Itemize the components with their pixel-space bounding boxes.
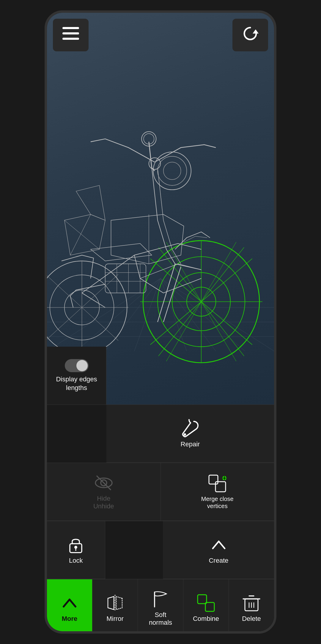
soft-normals-label: Softnormals	[149, 611, 172, 627]
flag-icon	[151, 590, 170, 609]
more-label: More	[62, 615, 78, 623]
display-edges-label: Display edges lengths	[50, 375, 103, 392]
toolbar: Repair HideUnhide	[47, 405, 274, 634]
svg-line-46	[64, 220, 100, 249]
more-chevron-icon	[60, 594, 79, 613]
toolbar-row-3: Lock Create	[47, 521, 274, 579]
combine-icon	[196, 594, 215, 613]
menu-button[interactable]	[53, 19, 89, 51]
mirror-button[interactable]: Mirror	[92, 579, 138, 634]
mirror-icon	[106, 594, 125, 613]
hide-unhide-label: HideUnhide	[93, 495, 114, 510]
svg-line-11	[105, 278, 160, 351]
delete-button[interactable]: Delete	[229, 579, 274, 634]
svg-point-36	[158, 156, 187, 185]
toggle-knob	[76, 360, 88, 371]
svg-marker-3	[253, 29, 259, 34]
lock-label: Lock	[69, 557, 83, 564]
merge-close-button[interactable]: Merge closevertices	[161, 463, 274, 521]
eye-icon	[94, 473, 113, 492]
create-label: Create	[209, 557, 228, 564]
svg-rect-55	[215, 482, 226, 492]
svg-rect-0	[62, 27, 79, 29]
menu-icon	[62, 27, 79, 43]
svg-marker-63	[108, 597, 114, 610]
soft-normals-button[interactable]: Softnormals	[138, 579, 183, 634]
delete-label: Delete	[242, 615, 261, 623]
viewport: Display edges lengths	[47, 13, 274, 405]
svg-line-9	[76, 278, 160, 351]
toolbar-row-2: HideUnhide Merge closevertices	[47, 463, 274, 521]
svg-rect-65	[198, 595, 207, 604]
svg-line-7	[47, 278, 160, 351]
svg-rect-2	[62, 38, 79, 40]
toolbar-row-4: More Mirror Softnormals	[47, 579, 274, 634]
merge-icon	[208, 474, 227, 493]
svg-rect-66	[205, 602, 214, 611]
create-button[interactable]: Create	[163, 521, 274, 579]
svg-point-37	[163, 162, 181, 180]
reset-button[interactable]	[232, 19, 268, 51]
empty-cell	[105, 521, 163, 579]
combine-button[interactable]: Combine	[183, 579, 229, 634]
mirror-label: Mirror	[106, 615, 123, 623]
display-edges-cell[interactable]: Display edges lengths	[47, 347, 106, 405]
toolbar-row-1: Repair	[47, 405, 274, 463]
repair-label: Repair	[181, 440, 200, 448]
wrench-icon	[181, 419, 200, 438]
repair-button[interactable]: Repair	[106, 405, 274, 463]
svg-marker-64	[116, 597, 122, 610]
combine-label: Combine	[193, 615, 219, 623]
svg-point-60	[74, 546, 77, 549]
more-button[interactable]: More	[47, 579, 92, 634]
lock-icon	[66, 535, 85, 554]
svg-line-8	[160, 278, 274, 351]
svg-rect-1	[62, 32, 79, 34]
reset-icon	[242, 25, 259, 45]
svg-point-50	[184, 433, 186, 436]
hide-unhide-button[interactable]: HideUnhide	[47, 463, 161, 521]
phone-frame: Display edges lengths Repair	[45, 10, 276, 634]
lock-button[interactable]: Lock	[47, 521, 105, 579]
merge-close-label: Merge closevertices	[201, 495, 234, 510]
svg-line-47	[70, 215, 91, 255]
trash-icon	[242, 594, 261, 613]
chevron-up-icon	[209, 535, 228, 554]
display-edges-toggle[interactable]	[65, 359, 89, 372]
svg-point-35	[153, 152, 191, 190]
svg-rect-54	[209, 475, 218, 484]
